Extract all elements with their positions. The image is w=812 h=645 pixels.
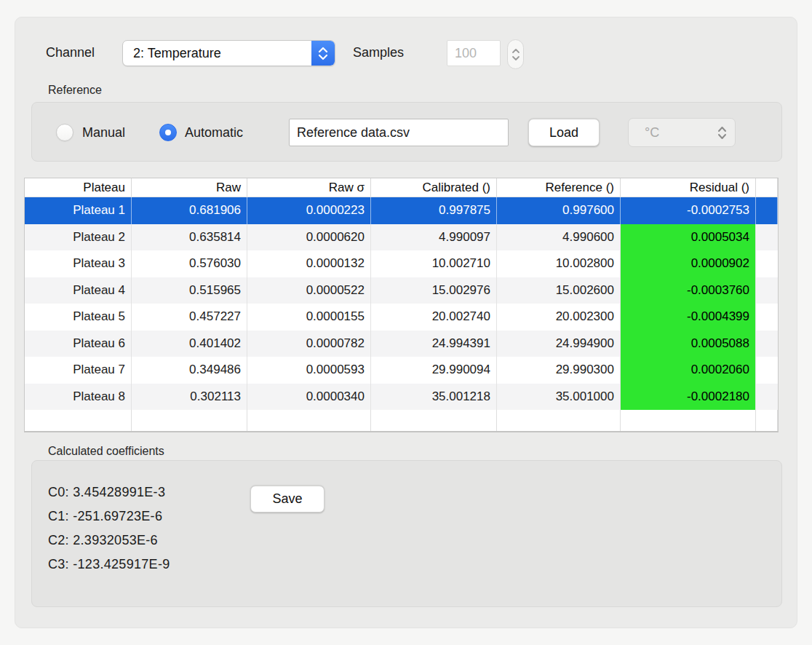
cell-reference[interactable]: 29.990300 [497,357,621,384]
cell-residual[interactable]: 0.0005088 [621,331,756,357]
cell-residual[interactable]: 0.0005034 [621,224,756,251]
manual-radio-label: Manual [82,125,125,141]
table-row[interactable]: Plateau 50.4572270.000015520.00274020.00… [25,304,778,331]
cell-plateau[interactable]: Plateau 7 [25,357,132,384]
coefficients-group-label: Calculated coefficients [48,445,164,458]
calibration-table: Plateau Raw Raw σ Calibrated () Referenc… [24,178,779,432]
cell-calibrated[interactable]: 20.002740 [371,304,497,331]
column-header-filler [756,178,778,197]
coefficient-c3: C3: -123.425917E-9 [48,553,170,577]
cell-raw[interactable]: 0.349486 [132,357,247,384]
column-header-calibrated[interactable]: Calibrated () [371,178,497,197]
cell-raw[interactable]: 0.576030 [132,250,247,277]
automatic-radio-label: Automatic [185,125,243,141]
cell-plateau[interactable]: Plateau 4 [25,277,132,304]
cell-plateau[interactable]: Plateau 8 [25,384,132,411]
table-header-row: Plateau Raw Raw σ Calibrated () Referenc… [25,178,778,197]
table-row[interactable]: Plateau 10.6819060.00002230.9978750.9976… [25,197,778,224]
cell-raw-sigma[interactable]: 0.0000522 [247,277,371,304]
cell-filler[interactable] [756,197,778,224]
table-row[interactable]: Plateau 70.3494860.000059329.99009429.99… [25,357,778,384]
cell-calibrated[interactable]: 10.002710 [371,250,497,277]
cell-filler[interactable] [756,277,778,304]
cell-raw[interactable]: 0.681906 [132,197,247,224]
cell-raw-sigma[interactable]: 0.0000223 [247,197,371,224]
cell-raw-sigma[interactable]: 0.0000155 [247,304,371,331]
cell-reference[interactable]: 20.002300 [497,304,621,331]
table-row[interactable]: Plateau 80.3021130.000034035.00121835.00… [25,384,778,411]
cell-plateau[interactable]: Plateau 1 [25,197,132,224]
channel-select[interactable]: 2: Temperature [122,40,335,66]
channel-select-value: 2: Temperature [123,46,311,61]
cell-calibrated[interactable]: 4.990097 [371,224,497,251]
cell-raw-sigma[interactable]: 0.0000593 [247,357,371,384]
column-header-reference[interactable]: Reference () [497,178,621,197]
cell-calibrated[interactable]: 29.990094 [371,357,497,384]
cell-residual[interactable]: -0.0002753 [621,197,756,224]
reference-file-input[interactable]: Reference data.csv [289,119,509,146]
cell-calibrated[interactable]: 35.001218 [371,384,497,411]
cell-reference[interactable]: 15.002600 [497,277,621,304]
cell-residual[interactable]: -0.0002180 [621,384,756,411]
table-row[interactable]: Plateau 60.4014020.000078224.99439124.99… [25,331,778,357]
reference-file-value: Reference data.csv [297,125,410,141]
coefficient-c2: C2: 2.3932053E-6 [48,529,170,553]
cell-raw[interactable]: 0.457227 [132,304,247,331]
save-button[interactable]: Save [250,486,325,513]
column-header-residual[interactable]: Residual () [621,178,756,197]
cell-raw-sigma[interactable]: 0.0000782 [247,331,371,357]
manual-radio[interactable] [56,124,73,141]
coefficient-c1: C1: -251.69723E-6 [48,504,170,529]
cell-residual[interactable]: -0.0003760 [621,277,756,304]
stepper-down-icon [512,55,520,61]
cell-filler[interactable] [756,357,778,384]
cell-raw[interactable]: 0.515965 [132,277,247,304]
cell-residual[interactable]: 0.0000902 [621,250,756,277]
calibration-window: { "channel": { "label": "Channel", "valu… [0,0,812,645]
cell-plateau[interactable]: Plateau 6 [25,331,132,357]
coefficients-list: C0: 3.45428991E-3 C1: -251.69723E-6 C2: … [48,480,170,577]
cell-reference[interactable]: 0.997600 [497,197,621,224]
cell-filler[interactable] [756,384,778,411]
cell-filler[interactable] [756,304,778,331]
cell-raw-sigma[interactable]: 0.0000340 [247,384,371,411]
unit-chevrons-icon [709,125,735,141]
cell-filler[interactable] [756,224,778,251]
cell-plateau[interactable]: Plateau 2 [25,224,132,251]
samples-input[interactable]: 100 [447,40,501,66]
cell-filler[interactable] [756,331,778,357]
cell-filler[interactable] [756,250,778,277]
cell-calibrated[interactable]: 24.994391 [371,331,497,357]
cell-raw[interactable]: 0.302113 [132,384,247,411]
cell-raw-sigma[interactable]: 0.0000620 [247,224,371,251]
table-row[interactable]: Plateau 20.6358140.00006204.9900974.9906… [25,224,778,251]
table-row[interactable]: Plateau 30.5760300.000013210.00271010.00… [25,250,778,277]
load-button[interactable]: Load [528,119,600,146]
cell-raw[interactable]: 0.401402 [132,331,247,357]
load-button-label: Load [549,125,578,141]
column-header-raw[interactable]: Raw [132,178,247,197]
cell-reference[interactable]: 10.002800 [497,250,621,277]
cell-plateau[interactable]: Plateau 3 [25,250,132,277]
cell-residual[interactable]: -0.0004399 [621,304,756,331]
table-row[interactable]: Plateau 40.5159650.000052215.00297615.00… [25,277,778,304]
cell-calibrated[interactable]: 15.002976 [371,277,497,304]
popup-chevrons-icon [311,41,335,66]
cell-reference[interactable]: 24.994900 [497,331,621,357]
unit-select[interactable]: °C [628,118,736,147]
column-header-plateau[interactable]: Plateau [25,178,132,197]
column-header-raw-sigma[interactable]: Raw σ [247,178,371,197]
cell-reference[interactable]: 4.990600 [497,224,621,251]
automatic-radio[interactable] [159,124,177,141]
table-empty-row [25,410,778,431]
save-button-label: Save [272,491,302,507]
cell-plateau[interactable]: Plateau 5 [25,304,132,331]
cell-raw-sigma[interactable]: 0.0000132 [247,250,371,277]
cell-calibrated[interactable]: 0.997875 [371,197,497,224]
table-body: Plateau 10.6819060.00002230.9978750.9976… [25,197,778,410]
cell-reference[interactable]: 35.001000 [497,384,621,411]
cell-raw[interactable]: 0.635814 [132,224,247,251]
stepper-up-icon [512,48,520,54]
cell-residual[interactable]: 0.0002060 [621,357,756,384]
samples-stepper[interactable] [507,39,524,69]
